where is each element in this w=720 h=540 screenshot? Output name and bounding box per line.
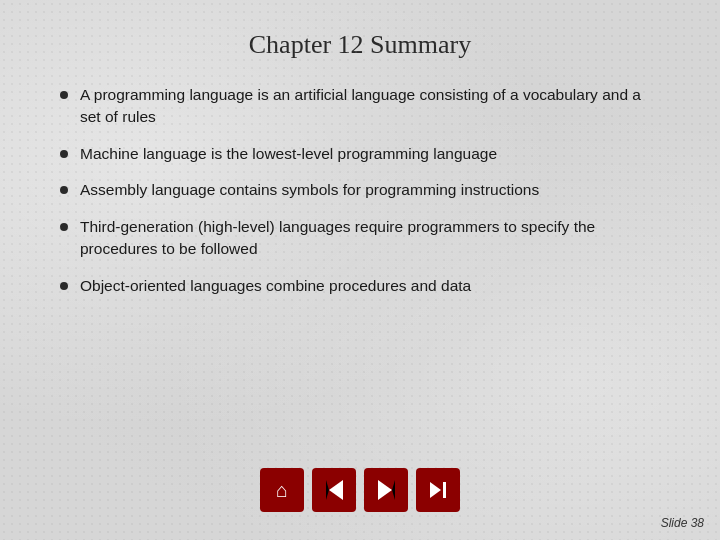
bullet-text-3: Assembly language contains symbols for p… (80, 179, 539, 201)
bullet-item-5: Object-oriented languages combine proced… (60, 275, 660, 297)
end-icon (430, 482, 446, 498)
end-button[interactable] (416, 468, 460, 512)
bullet-item-3: Assembly language contains symbols for p… (60, 179, 660, 201)
bullet-item-4: Third-generation (high-level) languages … (60, 216, 660, 261)
home-button[interactable] (260, 468, 304, 512)
bullet-text-4: Third-generation (high-level) languages … (80, 216, 660, 261)
bullet-item-2: Machine language is the lowest-level pro… (60, 143, 660, 165)
bullet-text-5: Object-oriented languages combine proced… (80, 275, 471, 297)
bullet-dot-2 (60, 150, 68, 158)
bullet-item-1: A programming language is an artificial … (60, 84, 660, 129)
bullet-list: A programming language is an artificial … (60, 84, 660, 297)
bullet-dot-1 (60, 91, 68, 99)
bullet-text-2: Machine language is the lowest-level pro… (80, 143, 497, 165)
bullet-dot-3 (60, 186, 68, 194)
bullet-dot-5 (60, 282, 68, 290)
slide-title: Chapter 12 Summary (249, 30, 471, 60)
back-button[interactable] (312, 468, 356, 512)
nav-buttons (260, 468, 460, 512)
bullet-text-1: A programming language is an artificial … (80, 84, 660, 129)
slide: Chapter 12 Summary A programming languag… (0, 0, 720, 540)
forward-button[interactable] (364, 468, 408, 512)
bullet-dot-4 (60, 223, 68, 231)
slide-number: Slide 38 (661, 516, 704, 530)
